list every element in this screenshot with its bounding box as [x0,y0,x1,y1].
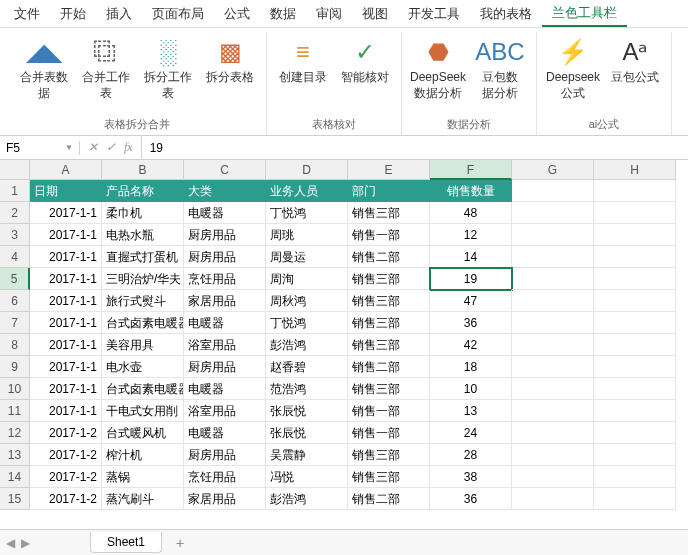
sheet-nav-next-icon[interactable]: ▶ [21,536,30,550]
cell-C6[interactable]: 家居用品 [184,290,266,312]
cell-G6[interactable] [512,290,594,312]
cell-F12[interactable]: 24 [430,422,512,444]
cell-D11[interactable]: 张辰悦 [266,400,348,422]
menu-item-9[interactable]: 我的表格 [470,0,542,27]
cell-C12[interactable]: 电暖器 [184,422,266,444]
cell-B7[interactable]: 台式卤素电暖器 [102,312,184,334]
cell-C8[interactable]: 浴室用品 [184,334,266,356]
cell-D1[interactable]: 业务人员 [266,180,348,202]
cell-H3[interactable] [594,224,676,246]
cell-C4[interactable]: 厨房用品 [184,246,266,268]
cell-F5[interactable]: 19 [430,268,512,290]
cell-G4[interactable] [512,246,594,268]
cell-C3[interactable]: 厨房用品 [184,224,266,246]
row-header-4[interactable]: 4 [0,246,30,268]
cell-G3[interactable] [512,224,594,246]
cell-B3[interactable]: 电热水瓶 [102,224,184,246]
cell-A8[interactable]: 2017-1-1 [30,334,102,356]
cell-F11[interactable]: 13 [430,400,512,422]
cell-E2[interactable]: 销售三部 [348,202,430,224]
cell-F14[interactable]: 38 [430,466,512,488]
ribbon-button-1-0[interactable]: ≡创建目录 [275,32,331,114]
row-header-1[interactable]: 1 [0,180,30,202]
cell-A7[interactable]: 2017-1-1 [30,312,102,334]
menu-item-3[interactable]: 页面布局 [142,0,214,27]
cell-G13[interactable] [512,444,594,466]
cell-A12[interactable]: 2017-1-2 [30,422,102,444]
cell-B6[interactable]: 旅行式熨斗 [102,290,184,312]
ribbon-button-0-3[interactable]: ▩拆分表格 [202,32,258,114]
row-header-9[interactable]: 9 [0,356,30,378]
cell-E9[interactable]: 销售二部 [348,356,430,378]
cell-H1[interactable] [594,180,676,202]
column-header-B[interactable]: B [102,160,184,180]
cell-E13[interactable]: 销售三部 [348,444,430,466]
cell-G10[interactable] [512,378,594,400]
cell-H6[interactable] [594,290,676,312]
cell-G15[interactable] [512,488,594,510]
column-header-F[interactable]: F [430,160,512,180]
cell-F1[interactable]: 销售数量 [430,180,512,202]
column-header-H[interactable]: H [594,160,676,180]
cell-E3[interactable]: 销售一部 [348,224,430,246]
cell-D9[interactable]: 赵香碧 [266,356,348,378]
cell-G9[interactable] [512,356,594,378]
cell-F2[interactable]: 48 [430,202,512,224]
cell-B15[interactable]: 蒸汽刷斗 [102,488,184,510]
cell-H7[interactable] [594,312,676,334]
sheet-nav-prev-icon[interactable]: ◀ [6,536,15,550]
cell-H10[interactable] [594,378,676,400]
cell-E10[interactable]: 销售三部 [348,378,430,400]
row-header-13[interactable]: 13 [0,444,30,466]
row-header-11[interactable]: 11 [0,400,30,422]
cell-D4[interactable]: 周曼运 [266,246,348,268]
cell-F6[interactable]: 47 [430,290,512,312]
confirm-icon[interactable]: ✓ [106,140,116,155]
column-header-E[interactable]: E [348,160,430,180]
cell-A2[interactable]: 2017-1-1 [30,202,102,224]
cell-E1[interactable]: 部门 [348,180,430,202]
cell-B14[interactable]: 蒸锅 [102,466,184,488]
cell-H4[interactable] [594,246,676,268]
row-header-10[interactable]: 10 [0,378,30,400]
cell-G8[interactable] [512,334,594,356]
formula-input[interactable] [142,141,688,155]
column-header-G[interactable]: G [512,160,594,180]
cell-E12[interactable]: 销售一部 [348,422,430,444]
row-header-7[interactable]: 7 [0,312,30,334]
ribbon-button-3-1[interactable]: Aᵃ豆包公式 [607,32,663,114]
cell-D7[interactable]: 丁悦鸿 [266,312,348,334]
cell-E8[interactable]: 销售三部 [348,334,430,356]
cell-F10[interactable]: 10 [430,378,512,400]
ribbon-button-4-0[interactable]: ↖Dee [680,32,688,129]
name-box[interactable]: F5 ▼ [0,141,80,155]
cell-A3[interactable]: 2017-1-1 [30,224,102,246]
row-header-12[interactable]: 12 [0,422,30,444]
cell-D2[interactable]: 丁悦鸿 [266,202,348,224]
cell-H2[interactable] [594,202,676,224]
cell-D14[interactable]: 冯悦 [266,466,348,488]
cell-G1[interactable] [512,180,594,202]
ribbon-button-2-0[interactable]: ⬣DeepSeek 数据分析 [410,32,466,114]
cell-F3[interactable]: 12 [430,224,512,246]
cell-B12[interactable]: 台式暖风机 [102,422,184,444]
ribbon-button-3-0[interactable]: ⚡Deepseek 公式 [545,32,601,114]
cell-B2[interactable]: 柔巾机 [102,202,184,224]
cell-B9[interactable]: 电水壶 [102,356,184,378]
ribbon-button-0-2[interactable]: ░拆分工作表 [140,32,196,114]
row-header-3[interactable]: 3 [0,224,30,246]
cancel-icon[interactable]: ✕ [88,140,98,155]
cell-C2[interactable]: 电暖器 [184,202,266,224]
cell-C9[interactable]: 厨房用品 [184,356,266,378]
cell-B10[interactable]: 台式卤素电暖器 [102,378,184,400]
select-all-corner[interactable] [0,160,30,180]
cell-C5[interactable]: 烹饪用品 [184,268,266,290]
cell-E14[interactable]: 销售三部 [348,466,430,488]
cell-A1[interactable]: 日期 [30,180,102,202]
cell-B8[interactable]: 美容用具 [102,334,184,356]
ribbon-button-0-1[interactable]: ⿻合并工作表 [78,32,134,114]
cell-A6[interactable]: 2017-1-1 [30,290,102,312]
row-header-8[interactable]: 8 [0,334,30,356]
cell-D3[interactable]: 周珧 [266,224,348,246]
cell-H13[interactable] [594,444,676,466]
